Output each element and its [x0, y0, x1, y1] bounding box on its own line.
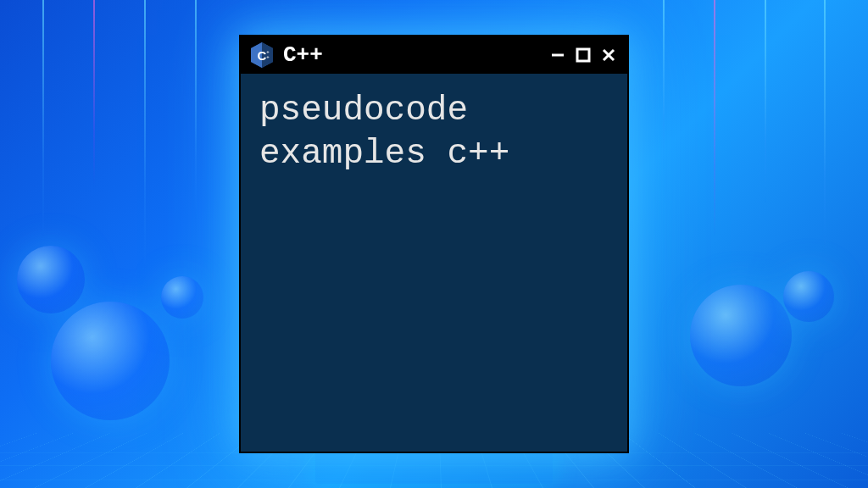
maximize-button[interactable] [573, 45, 593, 65]
body-text: pseudocode examples c++ [259, 91, 509, 173]
titlebar[interactable]: C + + C++ [241, 36, 627, 74]
orb-decoration [17, 246, 85, 313]
orb-decoration [51, 302, 170, 420]
window-controls [548, 45, 619, 65]
window-body: pseudocode examples c++ [241, 74, 627, 191]
title-left: C + + C++ [249, 42, 323, 69]
orb-decoration [783, 271, 834, 322]
close-button[interactable] [598, 45, 619, 65]
data-stream [144, 0, 146, 271]
orb-decoration [161, 276, 203, 319]
terminal-window: C + + C++ pseudocode examples c++ [239, 35, 629, 453]
data-stream [663, 0, 665, 169]
minimize-button[interactable] [548, 45, 568, 65]
svg-rect-7 [577, 49, 589, 61]
data-stream [765, 0, 766, 203]
cpp-icon: C + + [249, 42, 275, 69]
data-stream [93, 0, 95, 186]
svg-text:+: + [266, 55, 270, 60]
data-stream [714, 0, 715, 237]
orb-decoration [690, 285, 792, 386]
svg-text:C: C [258, 48, 267, 63]
data-stream [824, 0, 826, 254]
window-title: C++ [283, 42, 323, 68]
data-stream [42, 0, 44, 237]
data-stream [195, 0, 197, 220]
